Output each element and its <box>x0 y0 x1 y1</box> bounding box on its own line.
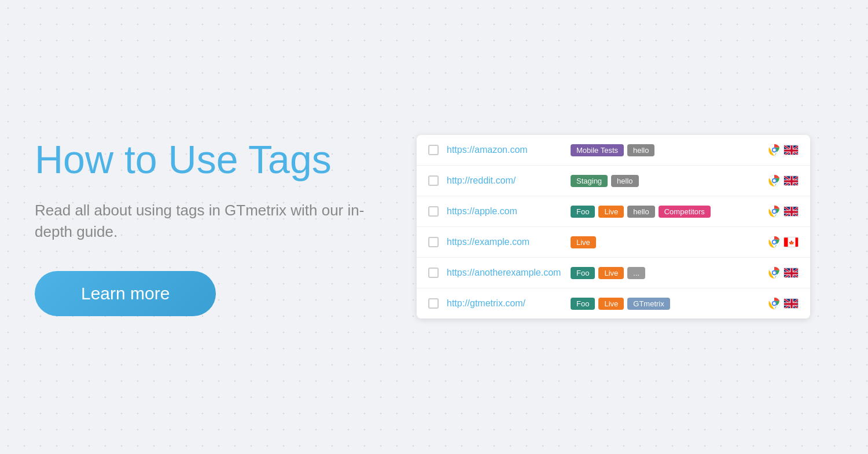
uk-flag-icon <box>784 175 799 186</box>
uk-flag-icon <box>784 268 799 278</box>
chrome-icon <box>767 296 781 310</box>
page-description: Read all about using tags in GTmetrix wi… <box>35 200 382 243</box>
chrome-icon <box>767 235 781 249</box>
page-title: How to Use Tags <box>35 138 382 181</box>
url-link[interactable]: https://apple.com <box>447 206 562 217</box>
tag: Foo <box>571 267 595 279</box>
chrome-icon <box>767 204 781 218</box>
uk-flag-icon <box>784 206 799 217</box>
url-row: https://example.comLive 🍁 <box>417 227 810 258</box>
url-checkbox[interactable] <box>428 268 439 278</box>
svg-point-31 <box>773 302 776 305</box>
chrome-icon <box>767 143 781 157</box>
tag: hello <box>627 206 654 218</box>
svg-rect-21 <box>796 238 799 248</box>
tag: hello <box>627 144 654 156</box>
url-row: http://reddit.com/Staginghello <box>417 166 810 196</box>
chrome-icon <box>767 266 781 280</box>
url-link[interactable]: http://gtmetrix.com/ <box>447 298 562 309</box>
tag: Competitors <box>659 206 711 218</box>
url-checkbox[interactable] <box>428 145 439 155</box>
tags-container: FooLive... <box>571 267 759 279</box>
tags-container: Staginghello <box>571 175 759 187</box>
icons-container <box>767 143 799 157</box>
url-row: https://amazon.comMobile Testshello <box>417 135 810 166</box>
svg-point-18 <box>773 241 776 244</box>
tags-container: Mobile Testshello <box>571 144 759 156</box>
tag: Staging <box>571 175 608 187</box>
url-checkbox[interactable] <box>428 206 439 217</box>
tags-container: FooLiveGTmetrix <box>571 298 759 310</box>
tag: Mobile Tests <box>571 144 624 156</box>
svg-point-13 <box>773 210 776 213</box>
icons-container <box>767 204 799 218</box>
icons-container <box>767 296 799 310</box>
learn-more-button[interactable]: Learn more <box>35 271 216 316</box>
url-row: https://apple.comFooLivehelloCompetitors <box>417 196 810 227</box>
tag: Live <box>598 298 624 310</box>
right-section: https://amazon.comMobile Testshello http… <box>417 135 833 318</box>
url-list-card: https://amazon.comMobile Testshello http… <box>417 135 810 318</box>
url-link[interactable]: https://anotherexample.com <box>447 268 562 278</box>
tag: GTmetrix <box>627 298 670 310</box>
tags-container: FooLivehelloCompetitors <box>571 206 759 218</box>
tag: Foo <box>571 206 595 218</box>
tag: hello <box>611 175 638 187</box>
url-checkbox[interactable] <box>428 237 439 247</box>
url-checkbox[interactable] <box>428 298 439 309</box>
svg-point-8 <box>773 180 776 182</box>
tag: ... <box>627 267 645 279</box>
svg-point-26 <box>773 272 776 274</box>
icons-container <box>767 174 799 188</box>
icons-container: 🍁 <box>767 235 799 249</box>
url-row: http://gtmetrix.com/FooLiveGTmetrix <box>417 288 810 318</box>
chrome-icon <box>767 174 781 188</box>
tag: Foo <box>571 298 595 310</box>
tags-container: Live <box>571 236 759 248</box>
svg-point-3 <box>773 149 776 152</box>
url-checkbox[interactable] <box>428 175 439 186</box>
url-link[interactable]: http://reddit.com/ <box>447 175 562 186</box>
canada-flag-icon: 🍁 <box>784 237 799 247</box>
tag: Live <box>598 267 624 279</box>
svg-rect-20 <box>784 238 788 248</box>
left-section: How to Use Tags Read all about using tag… <box>35 126 382 328</box>
tag: Live <box>571 236 596 248</box>
icons-container <box>767 266 799 280</box>
tag: Live <box>598 206 624 218</box>
svg-text:🍁: 🍁 <box>789 240 795 246</box>
uk-flag-icon <box>784 298 799 309</box>
url-link[interactable]: https://example.com <box>447 237 562 247</box>
uk-flag-icon <box>784 145 799 155</box>
main-container: How to Use Tags Read all about using tag… <box>0 126 868 328</box>
url-row: https://anotherexample.comFooLive... <box>417 258 810 288</box>
url-link[interactable]: https://amazon.com <box>447 145 562 155</box>
